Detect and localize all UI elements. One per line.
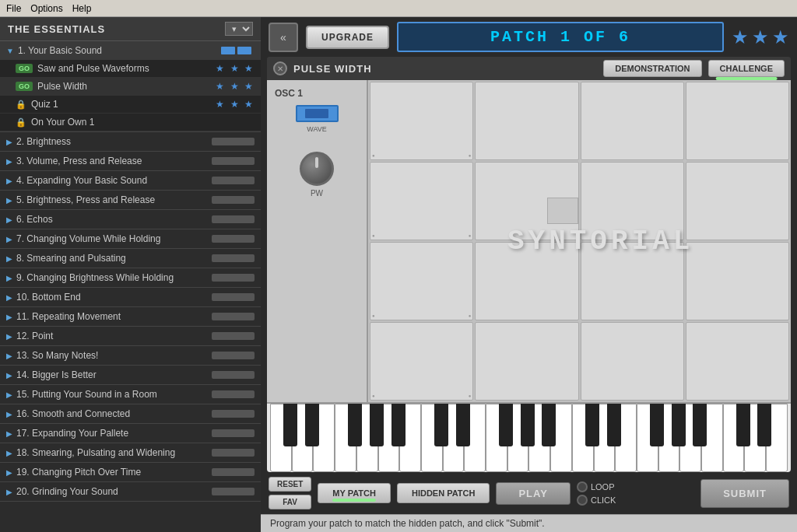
lesson-header-9[interactable]: ▶ 9. Changing Brightness While Holding <box>0 268 261 287</box>
progress-bar-12 <box>212 332 255 340</box>
lesson-group-13: ▶ 13. So Many Notes! <box>0 346 261 366</box>
lesson-arrow-4: ▶ <box>6 177 12 185</box>
lesson-header-18[interactable]: ▶ 18. Smearing, Pulsating and Widening <box>0 443 261 462</box>
black-key-15[interactable] <box>607 404 621 446</box>
wave-label: WAVE <box>307 125 327 133</box>
wave-selector[interactable] <box>296 105 339 122</box>
loop-checkbox[interactable] <box>577 481 588 492</box>
hidden-patch-button[interactable]: HIDDEN PATCH <box>397 483 490 503</box>
demo-button[interactable]: DEMONSTRATION <box>603 60 701 77</box>
lesson-header-4[interactable]: ▶ 4. Expanding Your Basic Sound <box>0 171 261 190</box>
black-key-7[interactable] <box>434 404 448 446</box>
lesson-arrow-10: ▶ <box>6 293 12 302</box>
submit-button[interactable]: SUBMIT <box>700 479 789 508</box>
lesson-header-1[interactable]: ▼ 1. Your Basic Sound <box>0 41 261 60</box>
grid-cell-10 <box>475 242 578 320</box>
progress-bar-3 <box>212 157 255 165</box>
sub-label-own1: On Your Own 1 <box>31 117 255 128</box>
lesson-header-19[interactable]: ▶ 19. Changing Pitch Over Time <box>0 463 261 481</box>
progress-bar-20 <box>212 488 255 495</box>
lesson-title-8: 8. Smearing and Pulsating <box>16 253 212 264</box>
lesson-title-18: 18. Smearing, Pulsating and Widening <box>16 447 212 458</box>
main-layout: THE ESSENTIALS ▾ ▼ 1. Your Basic Sound <box>0 17 797 532</box>
black-key-0[interactable] <box>283 404 297 446</box>
lesson-header-6[interactable]: ▶ 6. Echos <box>0 210 261 229</box>
loop-item: LOOP <box>577 481 616 492</box>
star-3: ★ <box>772 26 789 48</box>
black-key-1[interactable] <box>305 404 319 446</box>
click-item: CLICK <box>577 495 616 506</box>
go-btn-saw[interactable]: GO <box>16 64 33 73</box>
lesson-header-17[interactable]: ▶ 17. Expanding Your Pallete <box>0 424 261 443</box>
progress-bar-15 <box>212 390 255 398</box>
lesson-arrow-1: ▼ <box>6 47 14 55</box>
lock-icon-own1: 🔒 <box>16 117 26 128</box>
black-key-3[interactable] <box>348 404 362 446</box>
grid-area: SYNTORIAL <box>368 80 791 402</box>
sidebar-select[interactable]: ▾ <box>225 22 253 36</box>
lesson-group-14: ▶ 14. Bigger Is Better <box>0 366 261 385</box>
lesson-group-19: ▶ 19. Changing Pitch Over Time <box>0 463 261 482</box>
sub-quiz1[interactable]: 🔒 Quiz 1 ★ ★ ★ <box>0 96 261 114</box>
lesson-arrow-19: ▶ <box>6 468 12 477</box>
black-key-21[interactable] <box>736 404 750 446</box>
sub-saw-pulse[interactable]: GO Saw and Pulse Waveforms ★ ★ ★ <box>0 60 261 78</box>
black-key-5[interactable] <box>391 404 406 446</box>
lesson-header-16[interactable]: ▶ 16. Smooth and Connected <box>0 404 261 423</box>
menu-file[interactable]: File <box>6 3 21 14</box>
black-key-14[interactable] <box>585 404 599 446</box>
grid-cell-3 <box>581 82 684 160</box>
grid-cell-2 <box>475 82 578 160</box>
progress-bar-14 <box>212 371 255 379</box>
menu-options[interactable]: Options <box>30 3 62 14</box>
reset-button[interactable]: RESET <box>269 477 311 492</box>
lesson-header-10[interactable]: ▶ 10. Bottom End <box>0 288 261 306</box>
grid-cell-12 <box>686 242 789 320</box>
black-key-17[interactable] <box>650 404 664 446</box>
lesson-title-5: 5. Brightness, Press and Release <box>16 194 212 205</box>
black-key-12[interactable] <box>542 404 556 446</box>
progress-bar-10 <box>212 293 255 301</box>
sub-pulse-width[interactable]: GO Pulse Width ★ ★ ★ <box>0 78 261 96</box>
lesson-header-11[interactable]: ▶ 11. Repeating Movement <box>0 307 261 326</box>
black-key-19[interactable] <box>693 404 707 446</box>
progress-bar-2 <box>212 138 255 145</box>
nav-back-button[interactable]: « <box>269 23 298 52</box>
pw-knob[interactable] <box>300 152 334 186</box>
black-key-18[interactable] <box>672 404 686 446</box>
lesson-title-13: 13. So Many Notes! <box>16 350 212 361</box>
progress-bar-11 <box>212 313 255 320</box>
lesson-header-2[interactable]: ▶ 2. Brightness <box>0 132 261 151</box>
go-btn-pulse[interactable]: GO <box>16 82 33 91</box>
lesson-title-12: 12. Point <box>16 331 212 341</box>
grid-cell-15 <box>581 322 684 401</box>
click-checkbox[interactable] <box>577 495 588 506</box>
lesson-header-15[interactable]: ▶ 15. Putting Your Sound in a Room <box>0 385 261 404</box>
fav-button[interactable]: FAV <box>269 495 311 509</box>
menu-help[interactable]: Help <box>72 3 92 14</box>
lesson-header-7[interactable]: ▶ 7. Changing Volume While Holding <box>0 229 261 248</box>
lesson-header-5[interactable]: ▶ 5. Brightness, Press and Release <box>0 191 261 209</box>
black-key-4[interactable] <box>370 404 384 446</box>
star-2: ★ <box>752 26 769 48</box>
black-key-22[interactable] <box>757 404 771 446</box>
lesson-title-4: 4. Expanding Your Basic Sound <box>16 175 212 186</box>
sub-own1[interactable]: 🔒 On Your Own 1 <box>0 114 261 131</box>
lesson-header-8[interactable]: ▶ 8. Smearing and Pulsating <box>0 249 261 268</box>
lesson-header-13[interactable]: ▶ 13. So Many Notes! <box>0 346 261 365</box>
black-key-11[interactable] <box>521 404 535 446</box>
black-key-8[interactable] <box>456 404 470 446</box>
pw-label: PW <box>311 189 323 198</box>
black-key-10[interactable] <box>499 404 513 446</box>
menubar: File Options Help <box>0 0 797 17</box>
lesson-header-14[interactable]: ▶ 14. Bigger Is Better <box>0 366 261 384</box>
challenge-button[interactable]: CHALLENGE <box>708 60 785 77</box>
play-button[interactable]: PLAY <box>496 482 570 505</box>
close-button[interactable]: ✕ <box>273 61 287 75</box>
lesson-header-12[interactable]: ▶ 12. Point <box>0 327 261 345</box>
lesson-title-6: 6. Echos <box>16 214 212 225</box>
lesson-header-3[interactable]: ▶ 3. Volume, Press and Release <box>0 152 261 170</box>
upgrade-button[interactable]: UPGRADE <box>306 26 389 49</box>
bar-2 <box>237 47 251 54</box>
lesson-header-20[interactable]: ▶ 20. Grinding Your Sound <box>0 482 261 501</box>
